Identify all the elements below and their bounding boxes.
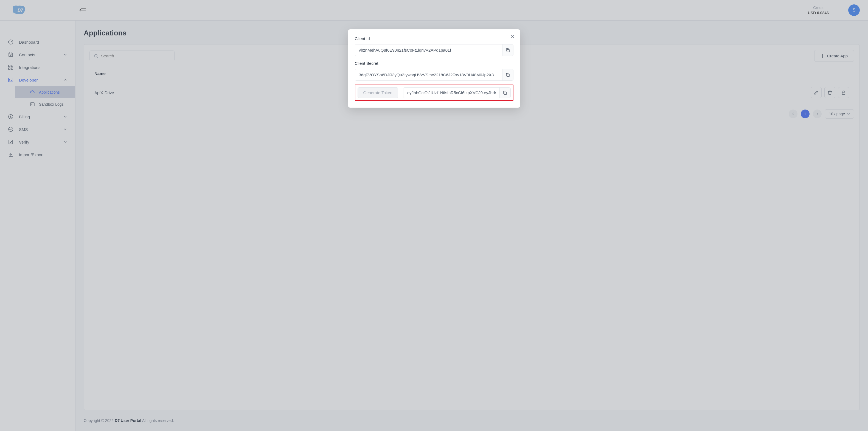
- client-secret-input[interactable]: [355, 69, 502, 81]
- svg-rect-35: [507, 50, 509, 52]
- client-id-label: Client Id: [355, 36, 514, 41]
- close-icon: [510, 34, 515, 39]
- client-secret-field: [355, 69, 514, 81]
- copy-client-secret-button[interactable]: [502, 69, 513, 81]
- svg-rect-37: [504, 92, 506, 94]
- client-id-input[interactable]: [355, 44, 502, 56]
- modal-close-button[interactable]: [510, 34, 515, 39]
- copy-icon: [503, 91, 507, 95]
- copy-client-id-button[interactable]: [502, 44, 513, 56]
- credentials-modal: Client Id Client Secret Generate Token: [348, 29, 520, 107]
- svg-rect-36: [507, 74, 509, 76]
- copy-icon: [505, 48, 510, 53]
- token-section: Generate Token: [355, 85, 514, 101]
- copy-icon: [505, 73, 510, 77]
- client-id-field: [355, 44, 514, 56]
- token-field: [403, 87, 511, 98]
- client-secret-label: Client Secret: [355, 61, 514, 66]
- token-input[interactable]: [403, 88, 499, 98]
- copy-token-button[interactable]: [499, 88, 510, 98]
- generate-token-button[interactable]: Generate Token: [358, 87, 398, 98]
